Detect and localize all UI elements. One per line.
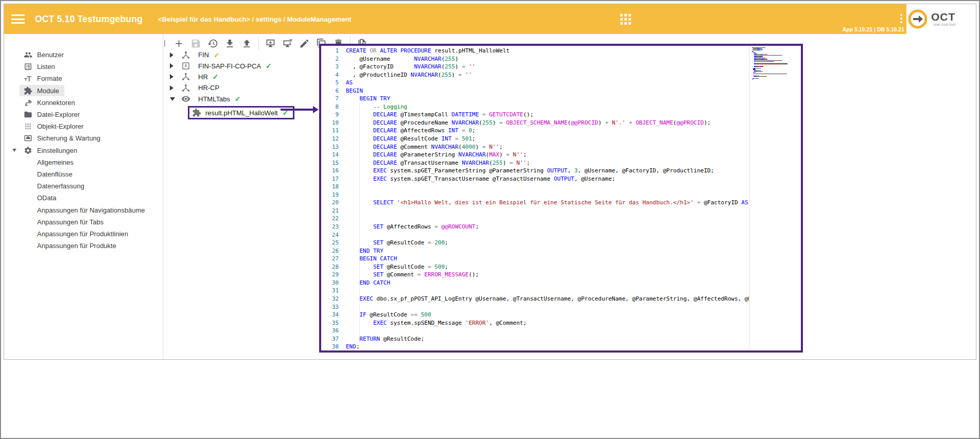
- chevron-right-icon[interactable]: [170, 74, 173, 79]
- tree-item-htmltabs[interactable]: HTMLTabs✓: [163, 94, 319, 104]
- tree-item-label: HR: [198, 73, 208, 81]
- app-header: OCT 5.10 Testumgebung <Beispiel für das …: [4, 4, 976, 34]
- check-icon: ✓: [235, 95, 241, 103]
- sidebar-item-datenflüsse[interactable]: Datenflüsse: [4, 168, 163, 180]
- line-number: 22: [321, 215, 339, 223]
- tree-item-hr[interactable]: HR✓: [163, 72, 319, 82]
- add-icon: [173, 38, 184, 49]
- code-line: [346, 191, 749, 199]
- oct-logo-icon: [906, 8, 929, 30]
- tree-item-fin[interactable]: FIN✓: [163, 49, 319, 60]
- editor-scrollbar[interactable]: [749, 46, 749, 350]
- sidebar-item-label: Sicherung & Wartung: [37, 134, 100, 142]
- tree-item-result.phtml_hallowelt[interactable]: result.pHTML_HalloWelt✓: [163, 104, 319, 120]
- sidebar-item-allgemeines[interactable]: Allgemeines: [4, 156, 163, 168]
- chevron-down-icon[interactable]: [12, 149, 16, 152]
- add-button[interactable]: [170, 36, 187, 50]
- code-line: DECLARE @AffectedRows INT = 0;: [346, 127, 749, 135]
- sidebar-item-konnektoren[interactable]: Konnektoren: [4, 97, 163, 109]
- line-number: 8: [321, 103, 339, 111]
- line-number: 23: [321, 223, 339, 231]
- code-line: , @FactoryID NVARCHAR(255) = '': [346, 63, 749, 71]
- check-icon: ✓: [213, 73, 219, 81]
- tree-item-fin-sap-fi-co-pca[interactable]: FIN-SAP-FI-CO-PCA✓: [163, 60, 319, 71]
- sidebar-item-datei-explorer[interactable]: Datei-Explorer: [4, 109, 163, 120]
- line-number: 21: [321, 207, 339, 215]
- annotation-arrow: [281, 109, 313, 111]
- sidebar-item-odata[interactable]: OData: [4, 192, 163, 204]
- tree-item-label: result.pHTML_HalloWelt: [205, 109, 278, 117]
- code-line: DECLARE @ParameterString NVARCHAR(MAX) =…: [346, 151, 749, 159]
- uninstall-button[interactable]: [279, 36, 296, 50]
- line-number: 34: [321, 311, 339, 319]
- chevron-right-icon[interactable]: [170, 52, 173, 58]
- upload-button[interactable]: [238, 36, 255, 50]
- line-number: 33: [321, 303, 339, 311]
- line-number: 3: [321, 63, 339, 71]
- code-area[interactable]: CREATE OR ALTER PROCEDURE result.pHTML_H…: [346, 47, 749, 350]
- code-line: AS: [346, 79, 749, 87]
- sidebar-item-sicherung-wartung[interactable]: Sicherung & Wartung: [4, 132, 163, 144]
- line-number: 6: [321, 87, 339, 95]
- line-number: 9: [321, 111, 339, 119]
- chevron-right-icon[interactable]: [170, 85, 173, 91]
- sidebar-item-label: Anpassungen für Produkte: [37, 242, 116, 250]
- tree-item-label: HTMLTabs: [198, 95, 230, 103]
- breadcrumb[interactable]: <Beispiel für das Handbuch> / settings /…: [158, 15, 352, 23]
- upload-icon: [241, 38, 252, 49]
- version-label: App 5.10.21 | DB 5.10.21: [843, 26, 904, 32]
- sidebar-item-formate[interactable]: Formate: [4, 73, 163, 84]
- sidebar-item-anpassungen-für-produktlinien[interactable]: Anpassungen für Produktlinien: [4, 228, 163, 240]
- download-icon: [224, 38, 235, 49]
- sidebar-item-anpassungen-für-produkte[interactable]: Anpassungen für Produkte: [4, 240, 163, 252]
- logo-tagline: one cool tool: [931, 22, 955, 27]
- line-number: 11: [321, 127, 339, 135]
- sidebar-item-label: Datenerfassung: [37, 182, 84, 190]
- sidebar-item-anpassungen-für-navigationsbäume[interactable]: Anpassungen für Navigationsbäume: [4, 204, 163, 216]
- line-number: 35: [321, 319, 339, 327]
- code-line: , @ProductlineID NVARCHAR(255) = '': [346, 71, 749, 79]
- sidebar-item-module[interactable]: Module: [4, 85, 163, 97]
- sidebar-item-benutzer[interactable]: Benutzer: [4, 49, 163, 61]
- sidebar-item-objekt-explorer[interactable]: Objekt-Explorer: [4, 120, 163, 132]
- sidebar-item-listen[interactable]: Listen: [4, 61, 163, 73]
- save-icon: [190, 38, 201, 49]
- code-line: DECLARE @ResultCode INT = 501;: [346, 135, 749, 143]
- sidebar-item-einstellungen[interactable]: Einstellungen: [4, 145, 163, 156]
- line-number: 31: [321, 287, 339, 295]
- apps-grid-icon[interactable]: [620, 14, 631, 25]
- line-number: 2: [321, 55, 339, 63]
- sidebar-item-anpassungen-für-tabs[interactable]: Anpassungen für Tabs: [4, 216, 163, 228]
- sidebar-item-datenerfassung[interactable]: Datenerfassung: [4, 180, 163, 192]
- tree-item-hr-cp[interactable]: HR-CP: [163, 82, 319, 93]
- code-line: [346, 183, 749, 191]
- line-number: 36: [321, 327, 339, 335]
- sql-code-editor[interactable]: 1234567891011121314151617181920212223242…: [319, 44, 803, 353]
- selected-module-box[interactable]: result.pHTML_HalloWelt✓: [188, 106, 294, 119]
- code-line: END;: [346, 343, 749, 350]
- code-line: END CATCH: [346, 279, 749, 287]
- line-number: 28: [321, 263, 339, 271]
- line-number: 32: [321, 295, 339, 303]
- browser-viewport: OCT 5.10 Testumgebung <Beispiel für das …: [0, 0, 980, 439]
- line-number: 17: [321, 175, 339, 183]
- line-number: 37: [321, 335, 339, 343]
- edit-button[interactable]: [296, 36, 313, 50]
- check-icon: ✓: [266, 62, 272, 70]
- install-button[interactable]: [262, 36, 279, 50]
- save-button[interactable]: [187, 36, 204, 50]
- code-line: BEGIN TRY: [346, 95, 749, 103]
- line-number: 25: [321, 239, 339, 247]
- kebab-menu-icon[interactable]: [898, 12, 905, 25]
- code-line: RETURN @ResultCode;: [346, 335, 749, 343]
- sidebar-item-label: Konnektoren: [37, 99, 75, 107]
- chevron-down-icon[interactable]: [170, 97, 175, 101]
- expand-arrow-slot: [9, 149, 20, 152]
- code-line: IF @ResultCode >= 500: [346, 311, 749, 319]
- history-button[interactable]: [204, 36, 221, 50]
- menu-icon[interactable]: [11, 14, 25, 24]
- download-button[interactable]: [221, 36, 238, 50]
- hierarchy-icon: [181, 83, 190, 93]
- editor-minimap[interactable]: [752, 47, 798, 80]
- chevron-right-icon[interactable]: [170, 63, 173, 68]
